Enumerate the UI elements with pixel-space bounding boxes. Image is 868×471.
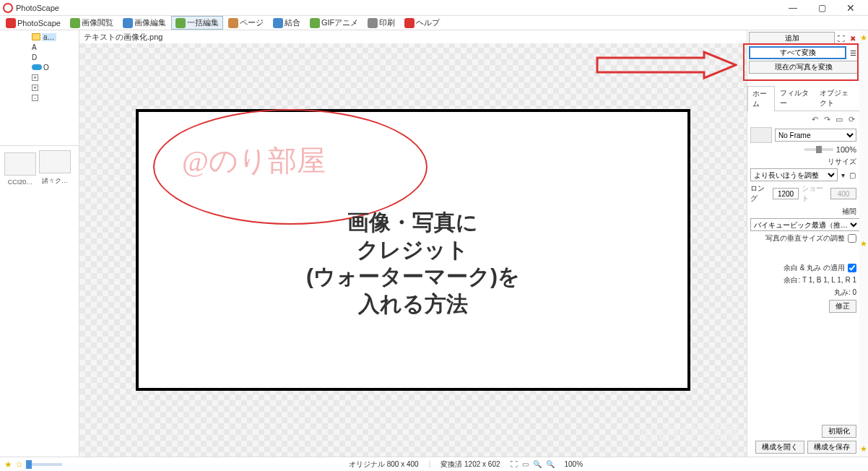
- tree-row[interactable]: [1, 103, 77, 113]
- fit-icon[interactable]: ⛶: [511, 460, 518, 468]
- browse-icon: [70, 18, 80, 28]
- short-input: [830, 188, 856, 199]
- print-icon: [368, 18, 378, 28]
- tree-expand-icon[interactable]: +: [32, 74, 38, 81]
- tree-row[interactable]: +: [1, 82, 77, 92]
- remove-icon[interactable]: ✖: [848, 33, 858, 43]
- reset-button[interactable]: 初期化: [822, 425, 856, 438]
- redo-icon[interactable]: ↷: [822, 114, 832, 124]
- star-icon[interactable]: ★: [860, 239, 867, 249]
- toolbar-edit[interactable]: 画像編集: [118, 16, 170, 30]
- frame-select[interactable]: No Frame: [775, 129, 856, 142]
- zoom-value: 100%: [836, 145, 856, 154]
- star-icon[interactable]: ★: [4, 459, 12, 470]
- convert-all-button[interactable]: すべて変換: [749, 46, 846, 59]
- margin-text: 余白: T 1, B 1, L 1, R 1: [784, 275, 856, 285]
- background-watermark: @のり部屋: [640, 419, 741, 446]
- tree-row[interactable]: [1, 113, 77, 123]
- credit-text: 画像・写真に クレジット (ウォーターマーク)を 入れる方法: [306, 209, 520, 317]
- folder-tree[interactable]: a…ADO++-: [0, 30, 79, 146]
- toolbar-batch[interactable]: 一括編集: [171, 16, 223, 30]
- margin-apply-checkbox[interactable]: [848, 264, 856, 272]
- zoom-slider[interactable]: [804, 148, 833, 151]
- resize-mode-select[interactable]: より長いほうを調整: [750, 168, 838, 181]
- favorites-gutter: ★ ★ ★: [859, 30, 868, 457]
- window-maximize-button[interactable]: ▢: [807, 0, 836, 16]
- status-converted-size: 変換済 1202 x 602: [440, 459, 500, 470]
- toolbar-page[interactable]: ページ: [224, 16, 268, 30]
- add-button[interactable]: 追加: [749, 32, 835, 45]
- long-label: ロング: [750, 183, 770, 204]
- star-icon[interactable]: ☆: [15, 459, 23, 470]
- interp-select[interactable]: バイキュービック最適（推…: [750, 218, 859, 231]
- status-zoom-value: 100%: [565, 460, 583, 468]
- tree-row[interactable]: +: [1, 72, 77, 82]
- tree-row[interactable]: [1, 133, 77, 143]
- actual-size-icon[interactable]: ▭: [522, 460, 529, 468]
- logo-icon: [6, 18, 16, 28]
- status-original-size: オリジナル 800 x 400: [349, 459, 419, 470]
- tab-home[interactable]: ホーム: [747, 86, 775, 111]
- vsize-checkbox[interactable]: [848, 234, 856, 243]
- thumbnail[interactable]: CCI20…: [3, 151, 38, 186]
- toolbar-help[interactable]: ヘルプ: [400, 16, 444, 30]
- watermark-text: @のり部屋: [182, 141, 326, 181]
- interp-heading: 補間: [750, 207, 856, 217]
- long-input[interactable]: [773, 188, 799, 199]
- cloud-icon: [32, 64, 42, 70]
- zoom-in-icon[interactable]: 🔍: [546, 460, 555, 468]
- thumbnail[interactable]: 諸々ク…: [38, 149, 72, 186]
- modify-button[interactable]: 修正: [829, 300, 856, 313]
- convert-current-button[interactable]: 現在の写真を変換: [749, 61, 858, 74]
- page-icon: [228, 18, 238, 28]
- title-bar: PhotoScape — ▢ ✕: [0, 0, 868, 16]
- thumbnail-list[interactable]: CCI20…諸々ク…: [0, 146, 79, 457]
- window-minimize-button[interactable]: —: [778, 0, 807, 16]
- star-icon[interactable]: ★: [860, 444, 867, 454]
- toolbar-combine[interactable]: 結合: [269, 16, 305, 30]
- combine-icon: [273, 18, 283, 28]
- toolbar-print[interactable]: 印刷: [363, 16, 399, 30]
- tree-row[interactable]: D: [1, 52, 77, 62]
- frame-preview: [750, 127, 772, 143]
- tree-row[interactable]: [1, 123, 77, 133]
- toolbar-browse[interactable]: 画像閲覧: [66, 16, 118, 30]
- left-sidebar: a…ADO++- CCI20…諸々ク…: [0, 30, 79, 457]
- gif-icon: [310, 18, 320, 28]
- tree-row[interactable]: O: [1, 62, 77, 72]
- canvas-area[interactable]: @のり部屋 画像・写真に クレジット (ウォーターマーク)を 入れる方法 @のり…: [79, 43, 747, 457]
- aspect-icon[interactable]: ▭: [834, 114, 844, 124]
- window-close-button[interactable]: ✕: [836, 0, 865, 16]
- tab-object[interactable]: オブジェクト: [815, 85, 859, 111]
- edit-icon: [123, 18, 133, 28]
- save-config-button[interactable]: 構成を保存: [807, 441, 856, 454]
- undo-icon[interactable]: ↶: [810, 114, 820, 124]
- right-panel: 追加 ⛶ ✖ すべて変換 ☰ 現在の写真を変換 ホーム フィルター オブジェクト…: [747, 30, 859, 457]
- vsize-label: 写真の垂直サイズの調整: [765, 233, 845, 243]
- main-toolbar: PhotoScape画像閲覧画像編集一括編集ページ結合GIFアニメ印刷ヘルプ: [0, 16, 868, 30]
- zoom-out-icon[interactable]: 🔍: [533, 460, 542, 468]
- tab-filter[interactable]: フィルター: [775, 85, 814, 111]
- tree-row[interactable]: -: [1, 92, 77, 103]
- help-icon: [404, 18, 415, 28]
- tree-row[interactable]: A: [1, 42, 77, 52]
- open-config-button[interactable]: 構成を開く: [755, 441, 804, 454]
- toolbar-gif[interactable]: GIFアニメ: [305, 16, 363, 30]
- toolbar-logo[interactable]: PhotoScape: [1, 17, 65, 30]
- status-bar: ★ ☆ オリジナル 800 x 400 | 変換済 1202 x 602 ⛶ ▭…: [0, 457, 868, 471]
- rotate-icon[interactable]: ⟳: [846, 114, 856, 124]
- tree-expand-icon[interactable]: +: [32, 85, 38, 91]
- app-logo-icon: [3, 3, 13, 13]
- star-icon[interactable]: ★: [860, 33, 867, 43]
- tree-expand-icon[interactable]: -: [32, 95, 38, 101]
- annotation-arrow: [596, 51, 737, 79]
- tree-row[interactable]: a…: [1, 32, 77, 42]
- list-icon[interactable]: ☰: [848, 48, 858, 58]
- thumb-size-slider[interactable]: [26, 463, 62, 466]
- expand-icon[interactable]: ⛶: [836, 33, 846, 43]
- resize-dropdown-icon[interactable]: ▾: [838, 171, 848, 179]
- folder-icon: [32, 33, 40, 40]
- panel-tabs: ホーム フィルター オブジェクト: [747, 85, 859, 111]
- resize-lock-icon[interactable]: ▢: [848, 171, 856, 179]
- app-title: PhotoScape: [16, 4, 59, 12]
